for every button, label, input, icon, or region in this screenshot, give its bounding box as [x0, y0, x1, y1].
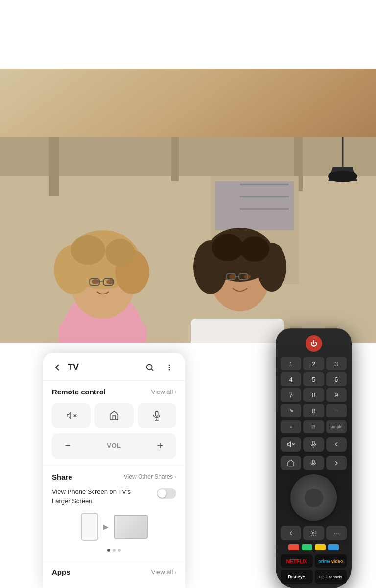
netflix-logo: NETFLIX [286, 558, 307, 564]
num-0-button[interactable]: 0 [303, 404, 324, 417]
dots-row [52, 545, 176, 554]
share-label-line1: View Phone Screen on TV's [52, 488, 131, 495]
svg-point-19 [71, 235, 105, 265]
share-header: Share View Other Shares › [52, 473, 176, 481]
phone-title: TV [68, 362, 143, 372]
remote-section-title: Remote control [52, 388, 106, 396]
volume-minus-button[interactable]: − [61, 439, 75, 453]
power-button[interactable] [306, 335, 322, 352]
share-title: Share [52, 473, 72, 481]
yellow-button[interactable] [315, 544, 326, 550]
num-5-button[interactable]: 5 [303, 372, 324, 386]
volume-row: − VOL + [52, 433, 176, 459]
svg-point-35 [212, 234, 243, 261]
apps-section: Apps View all › [43, 561, 185, 588]
list-button[interactable]: ≡ [281, 420, 301, 433]
prime-logo-video: video [331, 559, 343, 564]
toggle-knob [158, 489, 166, 498]
more-button-remote[interactable]: ··· [326, 404, 347, 417]
remote-body: 1 2 3 4 5 6 7 8 9 -/= 0 ··· ≡ ⊞ simple [276, 328, 352, 588]
remote-icon-row [281, 437, 347, 452]
svg-line-57 [151, 369, 153, 371]
guide-button[interactable]: ⊞ [303, 420, 324, 433]
remote-settings-arrow[interactable] [326, 437, 347, 452]
simple-button[interactable]: simple [326, 420, 347, 433]
svg-rect-8 [240, 196, 289, 197]
svg-rect-14 [59, 323, 147, 343]
view-other-shares-text: View Other Shares [124, 473, 173, 480]
navigation-wheel[interactable] [290, 474, 337, 521]
phone-icon-small [81, 513, 98, 541]
num-4-button[interactable]: 4 [281, 372, 301, 386]
top-bar [0, 0, 376, 69]
share-text-block: View Phone Screen on TV's Larger Screen [52, 487, 157, 506]
remote-mute-button[interactable] [281, 437, 301, 452]
remote-back-button[interactable] [281, 526, 301, 540]
remote-mic2-button[interactable] [303, 456, 324, 470]
num-1-button[interactable]: 1 [281, 357, 301, 370]
home-button[interactable] [94, 403, 133, 428]
remote-ellipsis-button[interactable]: ··· [326, 526, 347, 540]
num-3-button[interactable]: 3 [326, 357, 347, 370]
svg-point-56 [147, 364, 152, 369]
apps-title: Apps [52, 568, 70, 576]
remote-mic-button[interactable] [303, 437, 324, 452]
phone-header-icons [143, 361, 176, 374]
num-9-button[interactable]: 9 [326, 388, 347, 402]
svg-point-36 [240, 236, 269, 262]
remote-home-button[interactable] [281, 456, 301, 470]
phone-card: TV Remote control View all [43, 353, 185, 588]
svg-point-72 [313, 532, 315, 534]
red-button[interactable] [288, 544, 299, 550]
back-settings-row: ··· [281, 526, 347, 540]
num-8-button[interactable]: 8 [303, 388, 324, 402]
nav-center[interactable] [305, 489, 323, 507]
prime-video-button[interactable]: prime video [315, 554, 347, 568]
disney-logo: Disney+ [288, 574, 305, 579]
dash-button[interactable]: -/= [281, 404, 301, 417]
num-6-button[interactable]: 6 [326, 372, 347, 386]
dot-1 [107, 549, 110, 552]
mute-button[interactable] [52, 403, 91, 428]
share-content: View Phone Screen on TV's Larger Screen [52, 487, 176, 506]
phone-header: TV [43, 353, 185, 381]
svg-rect-63 [156, 411, 159, 416]
num-2-button[interactable]: 2 [303, 357, 324, 370]
remote-control-section: Remote control View all › [43, 381, 185, 466]
remote-view-all-link[interactable]: View all › [151, 388, 176, 395]
color-buttons-row [281, 544, 347, 550]
volume-plus-button[interactable]: + [153, 439, 167, 453]
streaming-buttons-row: NETFLIX prime video [281, 554, 347, 568]
apps-section-header: Apps View all › [52, 568, 176, 576]
streaming-row-2: Disney+ LG Channels [281, 570, 347, 584]
remote-buttons-row [52, 403, 176, 428]
view-other-shares-link[interactable]: View Other Shares › [124, 473, 176, 480]
remote-gear-button[interactable] [303, 526, 324, 540]
screen-mirror-visual: ▶ [52, 506, 176, 545]
search-button[interactable] [143, 361, 157, 374]
remote-view-all-text: View all [151, 388, 173, 395]
remote-input-button[interactable] [326, 456, 347, 470]
view-other-shares-chevron: › [174, 474, 176, 480]
back-button[interactable] [52, 362, 64, 373]
lg-channels-button[interactable]: LG Channels [315, 570, 347, 584]
more-button[interactable] [163, 361, 176, 374]
mic-button[interactable] [138, 403, 176, 428]
green-button[interactable] [302, 544, 312, 550]
lg-channels-logo: LG Channels [319, 575, 342, 579]
svg-rect-2 [49, 137, 59, 196]
svg-point-20 [105, 239, 135, 266]
apps-view-all-link[interactable]: View all › [151, 568, 176, 576]
svg-point-58 [169, 364, 170, 366]
arrow-icon: ▶ [103, 523, 109, 531]
disney-plus-button[interactable]: Disney+ [281, 570, 313, 584]
num-7-button[interactable]: 7 [281, 388, 301, 402]
svg-point-59 [169, 367, 170, 368]
blue-button[interactable] [328, 544, 339, 550]
apps-view-all-text: View all [151, 568, 173, 576]
number-grid: 1 2 3 4 5 6 7 8 9 -/= 0 ··· [281, 357, 347, 417]
remote-section-header: Remote control View all › [52, 388, 176, 396]
netflix-button[interactable]: NETFLIX [281, 554, 313, 568]
remote-home-row [281, 456, 347, 470]
screen-share-toggle[interactable] [157, 488, 176, 499]
